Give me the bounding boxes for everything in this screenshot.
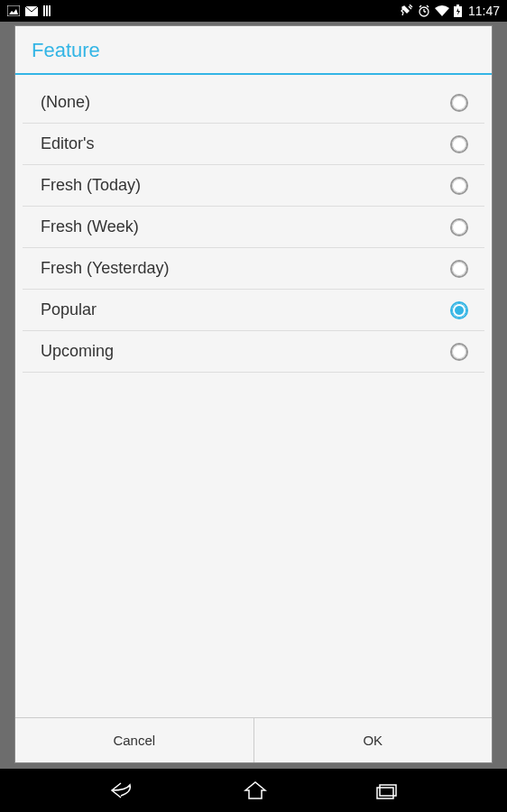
- ok-button[interactable]: OK: [254, 718, 493, 762]
- dialog-title: Feature: [15, 26, 492, 73]
- radio-icon: [450, 135, 468, 153]
- option-popular[interactable]: Popular: [23, 290, 484, 331]
- option-fresh-yesterday[interactable]: Fresh (Yesterday): [23, 248, 484, 290]
- radio-icon: [450, 301, 468, 319]
- option-label: Fresh (Today): [41, 176, 141, 195]
- status-left: [7, 5, 54, 16]
- option-label: Upcoming: [41, 342, 114, 361]
- option-editors[interactable]: Editor's: [23, 124, 484, 165]
- option-fresh-today[interactable]: Fresh (Today): [23, 165, 484, 207]
- status-time: 11:47: [468, 4, 500, 18]
- radio-icon: [450, 218, 468, 236]
- dialog-buttons: Cancel OK: [15, 717, 492, 762]
- back-icon[interactable]: [108, 780, 135, 801]
- svg-marker-1: [9, 9, 18, 14]
- recent-icon[interactable]: [375, 780, 399, 800]
- image-icon: [7, 5, 20, 16]
- radio-icon: [450, 177, 468, 195]
- bars-icon: [43, 5, 54, 16]
- home-icon[interactable]: [244, 780, 267, 801]
- svg-rect-5: [49, 5, 51, 16]
- option-fresh-week[interactable]: Fresh (Week): [23, 207, 484, 248]
- svg-line-9: [419, 5, 421, 7]
- svg-rect-3: [43, 5, 45, 16]
- radio-icon: [450, 343, 468, 361]
- radio-icon: [450, 260, 468, 278]
- svg-rect-0: [7, 5, 20, 16]
- wifi-icon: [435, 5, 449, 16]
- nav-bar: [0, 769, 507, 812]
- option-label: (None): [41, 93, 90, 112]
- option-label: Editor's: [41, 134, 94, 153]
- mail-icon: [25, 6, 38, 16]
- vibrate-icon: [401, 5, 413, 17]
- option-label: Fresh (Week): [41, 217, 139, 236]
- alarm-icon: [418, 5, 430, 17]
- option-none[interactable]: (None): [23, 82, 484, 124]
- status-bar: 11:47: [0, 0, 507, 22]
- svg-rect-12: [456, 5, 459, 6]
- svg-line-10: [427, 5, 429, 7]
- option-upcoming[interactable]: Upcoming: [23, 331, 484, 373]
- battery-icon: [454, 5, 462, 17]
- options-list: (None) Editor's Fresh (Today) Fresh (Wee…: [15, 75, 492, 717]
- cancel-button[interactable]: Cancel: [15, 718, 254, 762]
- feature-dialog: Feature (None) Editor's Fresh (Today) Fr…: [14, 25, 493, 763]
- status-right: 11:47: [401, 4, 500, 18]
- radio-icon: [450, 94, 468, 112]
- option-label: Popular: [41, 300, 97, 319]
- svg-rect-4: [46, 5, 48, 16]
- option-label: Fresh (Yesterday): [41, 259, 169, 278]
